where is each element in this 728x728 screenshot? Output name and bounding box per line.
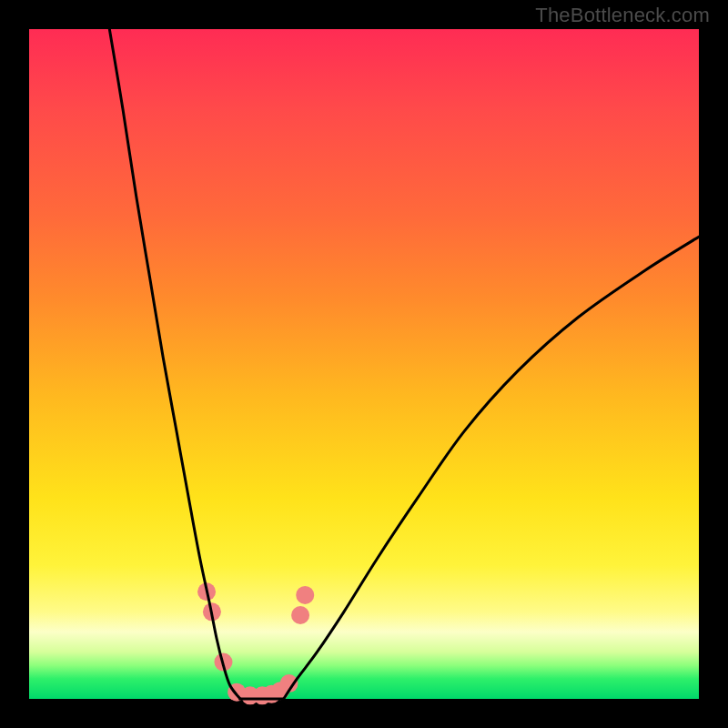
curve-left-branch <box>109 29 240 699</box>
curve-right-branch <box>284 237 699 699</box>
chart-svg <box>29 29 699 699</box>
data-marker <box>296 586 314 604</box>
data-marker <box>291 606 309 624</box>
marker-layer <box>197 582 314 704</box>
watermark-text: TheBottleneck.com <box>535 4 710 27</box>
chart-outer-frame: TheBottleneck.com <box>0 0 728 728</box>
plot-area <box>29 29 699 699</box>
